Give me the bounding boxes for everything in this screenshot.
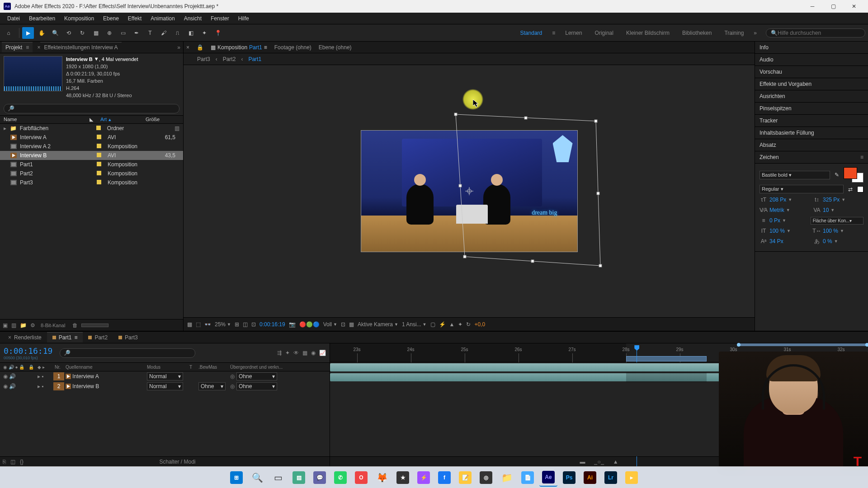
col-trkmat[interactable]: .BewMas (197, 365, 229, 370)
flowchart-icon[interactable]: ▦ (211, 44, 216, 51)
taskbar-notes[interactable]: 📝 (456, 469, 474, 487)
resolution-icon[interactable]: ⊞ (235, 321, 239, 328)
comp-tab-close[interactable]: × (186, 44, 189, 51)
shy-icon[interactable]: 👁 (293, 350, 299, 356)
stroke-color-swatch[interactable] (857, 186, 863, 192)
crumb-part1[interactable]: Part1 (248, 56, 261, 62)
renderer-icon[interactable]: ✦ (458, 321, 462, 328)
project-list[interactable]: ▸📁FarbflächenOrdner▥Interview AAVI61,5In… (0, 124, 183, 319)
anchor-tool[interactable]: ⊕ (104, 27, 115, 39)
minimize-button[interactable]: ─ (802, 0, 823, 13)
zoom-slider[interactable]: ⎯○⎯ (594, 459, 604, 465)
baseline-value[interactable]: 34 Px (769, 238, 783, 244)
comp-mini-flowchart-icon[interactable]: ⇶ (277, 350, 282, 356)
crumb-part2[interactable]: Part2 (223, 56, 236, 62)
stroke-option-dropdown[interactable]: Fläche über Kon...▾ (811, 217, 863, 225)
switches-modes-toggle[interactable]: Schalter / Modi (159, 459, 195, 465)
workspace-kleiner[interactable]: Kleiner Bildschirm (620, 28, 676, 38)
zoom-tool[interactable]: 🔍 (49, 27, 61, 39)
taskbar-app1[interactable]: ★ (394, 469, 412, 487)
work-area-bar[interactable] (626, 356, 707, 361)
fill-color-swatch[interactable] (844, 167, 857, 179)
toggle-brackets-icon[interactable]: {} (20, 459, 24, 465)
project-settings-icon[interactable]: ⚙ (30, 322, 35, 328)
col-name[interactable]: Name (4, 117, 90, 122)
taskbar-teams[interactable]: 💬 (311, 469, 329, 487)
timeline-layer-2[interactable]: ◉🔊▸▪2 Interview BNormal▾Ohne▾◎Ohne▾ (0, 381, 330, 391)
menu-ebene[interactable]: Ebene (99, 14, 123, 23)
workspace-original[interactable]: Original (589, 28, 620, 38)
panel-info[interactable]: Info (755, 42, 868, 54)
col-parent[interactable]: Übergeordnet und verkn... (229, 365, 292, 370)
fast-preview-icon[interactable]: ⊡ (341, 321, 345, 328)
roto-tool[interactable]: ✦ (198, 27, 210, 39)
taskbar-explorer[interactable]: 📁 (498, 469, 516, 487)
exposure-value[interactable]: +0,0 (474, 321, 485, 328)
3d-icon[interactable]: ▲ (449, 321, 455, 328)
new-folder-icon[interactable]: 📁 (20, 322, 27, 328)
tsume-value[interactable]: 0 % (823, 238, 832, 244)
fast-draft-icon[interactable]: ⚡ (439, 321, 446, 328)
comp-lock-icon[interactable]: 🔒 (197, 44, 203, 51)
color-depth[interactable]: 8-Bit-Kanal (41, 323, 65, 328)
taskbar-more[interactable]: ▸ (623, 469, 641, 487)
trash-icon[interactable]: 🗑 (72, 322, 78, 328)
menu-bearbeiten[interactable]: Bearbeiten (24, 14, 60, 23)
help-search-input[interactable] (778, 30, 860, 36)
draft-3d-icon[interactable]: ✦ (285, 350, 290, 356)
timeline-tab-part2[interactable]: Part2 (83, 333, 113, 343)
project-item-interview-a-2[interactable]: Interview A 2Komposition (0, 142, 183, 151)
camera-dropdown[interactable]: Aktive Kamera▼ (358, 321, 398, 328)
workspace-training[interactable]: Training (718, 28, 750, 38)
zoom-out-icon[interactable]: ▬ (580, 459, 585, 465)
mask-toggle[interactable]: 👓 (204, 321, 211, 328)
windows-taskbar[interactable]: ⊞🔍▭▤💬✆O🦊★⚡f📝◎📁📄AePsAiLr▸ (0, 466, 868, 488)
footage-tab[interactable]: Footage (ohne) (274, 44, 311, 51)
eyedropper-icon[interactable]: ✎ (833, 172, 841, 178)
workspace-lernen[interactable]: Lernen (559, 28, 588, 38)
anchor-point-icon[interactable] (465, 187, 473, 195)
stroke-value[interactable]: 0 Px (769, 217, 780, 224)
taskbar-obs[interactable]: ◎ (477, 469, 495, 487)
alpha-toggle[interactable]: ▩ (187, 321, 192, 328)
menu-komposition[interactable]: Komposition (60, 14, 99, 23)
kerning-value[interactable]: Metrik (769, 207, 784, 213)
taskbar-opera[interactable]: O (352, 469, 370, 487)
pixel-aspect-icon[interactable]: ▢ (430, 321, 435, 328)
taskbar-lr[interactable]: Lr (602, 469, 620, 487)
eraser-tool[interactable]: ◧ (185, 27, 197, 39)
project-tab-close[interactable]: × (37, 44, 40, 51)
brush-tool[interactable]: 🖌 (158, 27, 170, 39)
timeline-tab-part1[interactable]: Part1 ≡ (47, 332, 83, 343)
zoom-in-icon[interactable]: ▲ (613, 459, 618, 465)
timeline-timecode[interactable]: 0:00:16:19 (4, 346, 52, 356)
grid-icon[interactable]: ⊡ (251, 321, 256, 328)
taskbar-search[interactable]: 🔍 (248, 469, 266, 487)
shape-tool[interactable]: ▭ (117, 27, 129, 39)
project-item-interview-b[interactable]: Interview BAVI43,5 (0, 151, 183, 160)
workspace-menu-icon[interactable]: ≡ (548, 28, 559, 38)
menu-hilfe[interactable]: Hilfe (234, 14, 254, 23)
timeline-navigator[interactable] (739, 343, 867, 346)
workspace-overflow[interactable]: » (750, 28, 760, 38)
taskbar-whatsapp[interactable]: ✆ (331, 469, 349, 487)
font-family-dropdown[interactable]: Bastile bold ▾ (760, 171, 830, 179)
font-size-value[interactable]: 208 Px (769, 197, 786, 203)
maximize-button[interactable]: ▢ (823, 0, 844, 13)
toggle-switches-icon[interactable]: ⎘ (3, 459, 6, 465)
panel-audio[interactable]: Audio (755, 54, 868, 66)
project-search-input[interactable] (14, 105, 175, 112)
color-swatches[interactable] (844, 167, 863, 183)
orbit-tool[interactable]: ⟲ (63, 27, 75, 39)
puppet-tool[interactable]: 📍 (212, 27, 224, 39)
menu-datei[interactable]: Datei (3, 14, 24, 23)
zeichen-menu-icon[interactable]: ≡ (860, 154, 863, 160)
taskbar-facebook[interactable]: f (435, 469, 453, 487)
tab-overflow[interactable]: » (177, 44, 180, 51)
graph-editor-icon[interactable]: 📈 (319, 350, 326, 356)
project-item-part3[interactable]: Part3Komposition (0, 178, 183, 187)
tracking-value[interactable]: 10 (823, 207, 829, 213)
menu-ansicht[interactable]: Ansicht (179, 14, 206, 23)
taskbar-widgets[interactable]: ▤ (290, 469, 308, 487)
toggle-modes-icon[interactable]: ◫ (10, 459, 15, 465)
